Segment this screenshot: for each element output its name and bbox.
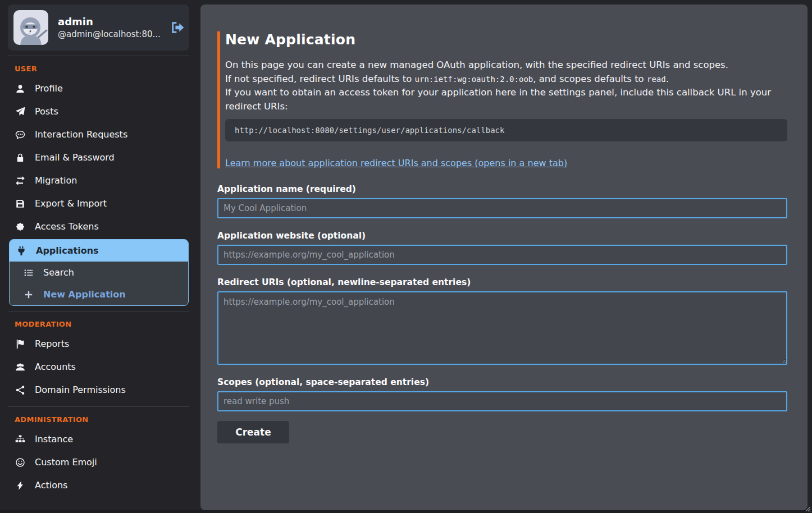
sidebar-item-label: Reports xyxy=(35,338,69,349)
sidebar-item-label: Profile xyxy=(35,83,63,94)
right-left-arrows-icon xyxy=(15,176,26,186)
section-label-moderation: MODERATION xyxy=(15,320,199,328)
callback-url-code-block: http://localhost:8080/settings/user/appl… xyxy=(225,119,787,141)
section-label-administration: ADMINISTRATION xyxy=(15,415,199,424)
sidebar-item-label: Accounts xyxy=(35,361,76,372)
sidebar-item-actions[interactable]: Actions xyxy=(8,474,189,497)
share-nodes-icon xyxy=(15,385,26,395)
sidebar-item-migration[interactable]: Migration xyxy=(8,169,189,192)
oob-code: urn:ietf:wg:oauth:2.0:oob xyxy=(415,75,533,84)
application-name-input[interactable] xyxy=(217,198,787,218)
sidebar-item-label: Email & Password xyxy=(35,152,115,163)
window-bottom-edge xyxy=(0,510,812,513)
main-panel: New Application On this page you can cre… xyxy=(200,4,808,510)
sidebar-item-label: Migration xyxy=(35,175,77,186)
sidebar-item-posts[interactable]: Posts xyxy=(8,100,189,123)
sidebar-item-profile[interactable]: Profile xyxy=(8,77,189,100)
sidebar-divider xyxy=(8,406,189,407)
read-code: read xyxy=(647,75,666,84)
user-info: admin @admin@localhost:80... xyxy=(58,15,161,40)
lock-icon xyxy=(15,153,26,163)
application-name-field-group: Application name (required) xyxy=(217,184,787,218)
new-application-intro: New Application On this page you can cre… xyxy=(217,31,787,168)
sidebar-item-access-tokens[interactable]: Access Tokens xyxy=(8,215,189,238)
avatar xyxy=(13,10,48,45)
sidebar-subitem-label: New Application xyxy=(43,289,126,300)
sidebar-item-label: Posts xyxy=(35,106,58,117)
sidebar-item-label: Actions xyxy=(35,480,67,491)
new-application-form: Application name (required) Application … xyxy=(217,184,787,443)
sidebar-item-interaction-requests[interactable]: Interaction Requests xyxy=(8,123,189,146)
redirect-uris-field-group: Redirect URIs (optional, newline-separat… xyxy=(217,277,787,365)
user-handle: @admin@localhost:80... xyxy=(58,29,161,40)
sitemap-icon xyxy=(15,434,26,445)
sidebar-item-export-import[interactable]: Export & Import xyxy=(8,192,189,215)
scopes-label: Scopes (optional, space-separated entrie… xyxy=(217,377,787,387)
sign-out-icon[interactable] xyxy=(170,20,185,35)
intro-line-2: If not specified, redirect URIs defaults… xyxy=(225,72,787,86)
smiley-icon xyxy=(15,457,26,468)
scopes-field-group: Scopes (optional, space-separated entrie… xyxy=(217,377,787,411)
sidebar-item-domain-permissions[interactable]: Domain Permissions xyxy=(8,378,189,401)
sidebar-item-label: Access Tokens xyxy=(35,221,99,232)
user-name: admin xyxy=(58,15,161,29)
sidebar-item-reports[interactable]: Reports xyxy=(8,332,189,355)
list-icon xyxy=(23,268,34,278)
certificate-icon xyxy=(15,222,26,232)
plus-icon xyxy=(23,290,34,300)
sidebar: admin @admin@localhost:80... USER Profil… xyxy=(0,0,199,513)
sidebar-item-label: Custom Emoji xyxy=(35,457,97,468)
application-website-field-group: Application website (optional) xyxy=(217,231,787,265)
sidebar-item-instance[interactable]: Instance xyxy=(8,428,189,451)
sidebar-subitem-new-application[interactable]: New Application xyxy=(10,283,188,305)
scopes-input[interactable] xyxy=(217,391,787,411)
sidebar-item-label: Interaction Requests xyxy=(35,129,127,140)
comments-icon xyxy=(15,130,26,140)
paper-plane-icon xyxy=(15,107,26,117)
application-website-label: Application website (optional) xyxy=(217,231,787,241)
users-icon xyxy=(15,362,26,372)
sidebar-item-label: Instance xyxy=(35,434,73,445)
learn-more-link[interactable]: Learn more about application redirect UR… xyxy=(225,158,567,168)
plug-icon xyxy=(16,246,27,256)
bolt-icon xyxy=(15,480,26,491)
redirect-uris-textarea[interactable] xyxy=(217,291,787,365)
user-icon xyxy=(15,84,26,94)
applications-group: Applications Search New Application xyxy=(9,239,189,306)
intro-line-1: On this page you can create a new manage… xyxy=(225,58,787,72)
intro-line-3: If you want to obtain an access token fo… xyxy=(225,86,787,113)
sidebar-item-custom-emoji[interactable]: Custom Emoji xyxy=(8,451,189,474)
redirect-uris-label: Redirect URIs (optional, newline-separat… xyxy=(217,277,787,287)
sidebar-subitem-label: Search xyxy=(43,267,74,278)
user-card[interactable]: admin @admin@localhost:80... xyxy=(8,4,189,51)
sloth-avatar-image xyxy=(13,10,48,45)
sidebar-item-label: Export & Import xyxy=(35,198,107,209)
create-button[interactable]: Create xyxy=(217,421,289,443)
sidebar-item-accounts[interactable]: Accounts xyxy=(8,355,189,378)
section-label-user: USER xyxy=(15,65,199,73)
floppy-disk-icon xyxy=(15,199,26,209)
window-resize-grip[interactable] xyxy=(804,505,811,512)
sidebar-divider xyxy=(8,56,189,56)
application-website-input[interactable] xyxy=(217,245,787,265)
application-name-label: Application name (required) xyxy=(217,184,787,194)
sidebar-item-label: Applications xyxy=(36,245,99,256)
flag-icon xyxy=(15,339,26,349)
sidebar-item-email-password[interactable]: Email & Password xyxy=(8,146,189,169)
sidebar-item-label: Domain Permissions xyxy=(35,384,126,395)
page-title: New Application xyxy=(225,31,787,48)
sidebar-item-applications[interactable]: Applications xyxy=(10,240,188,262)
sidebar-divider xyxy=(8,311,189,312)
sidebar-subitem-search[interactable]: Search xyxy=(10,262,188,283)
